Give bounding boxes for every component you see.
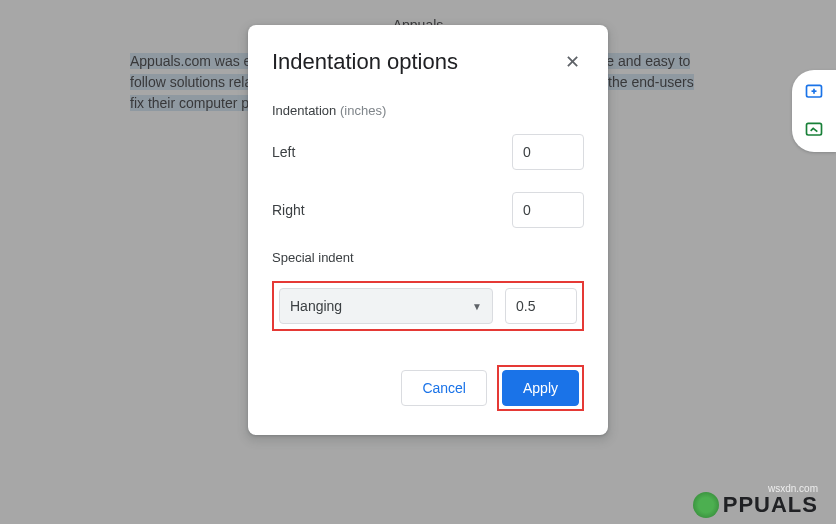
appuals-logo-icon bbox=[693, 492, 719, 518]
right-indent-input[interactable] bbox=[512, 192, 584, 228]
right-label: Right bbox=[272, 202, 305, 218]
apply-highlight-annotation: Apply bbox=[497, 365, 584, 411]
chevron-down-icon: ▼ bbox=[472, 301, 482, 312]
special-indent-section: Special indent Hanging ▼ bbox=[272, 250, 584, 331]
side-toolbar bbox=[792, 70, 836, 152]
apply-button[interactable]: Apply bbox=[502, 370, 579, 406]
suggest-edit-icon[interactable] bbox=[800, 116, 828, 144]
dialog-title: Indentation options bbox=[272, 49, 458, 75]
special-indent-label: Special indent bbox=[272, 250, 584, 265]
indentation-section-label: Indentation (inches) bbox=[272, 103, 584, 118]
brand-watermark: PPUALS bbox=[693, 492, 818, 518]
dialog-header: Indentation options ✕ bbox=[272, 49, 584, 75]
left-indent-input[interactable] bbox=[512, 134, 584, 170]
right-indent-row: Right bbox=[272, 192, 584, 228]
special-highlight-annotation: Hanging ▼ bbox=[272, 281, 584, 331]
close-icon[interactable]: ✕ bbox=[560, 50, 584, 74]
left-indent-row: Left bbox=[272, 134, 584, 170]
special-indent-select[interactable]: Hanging ▼ bbox=[279, 288, 493, 324]
dialog-footer: Cancel Apply bbox=[272, 365, 584, 411]
indentation-dialog: Indentation options ✕ Indentation (inche… bbox=[248, 25, 608, 435]
watermark-text: PPUALS bbox=[723, 492, 818, 518]
special-indent-input[interactable] bbox=[505, 288, 577, 324]
add-comment-icon[interactable] bbox=[800, 78, 828, 106]
cancel-button[interactable]: Cancel bbox=[401, 370, 487, 406]
special-indent-value: Hanging bbox=[290, 298, 342, 314]
left-label: Left bbox=[272, 144, 295, 160]
